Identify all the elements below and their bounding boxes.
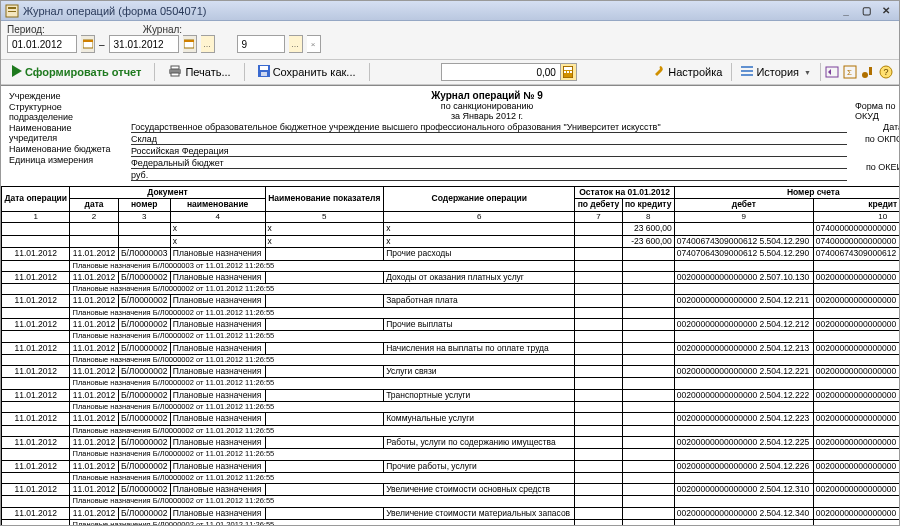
date-to-input[interactable]: 31.01.2012 bbox=[109, 35, 179, 53]
svg-rect-22 bbox=[826, 67, 838, 77]
settings-button[interactable]: Настройка bbox=[648, 63, 727, 81]
journal-label: Журнал: bbox=[143, 24, 182, 35]
toolbar-icon-1[interactable] bbox=[825, 65, 839, 79]
table-row[interactable]: 11.01.201211.01.2012Б/Л0000002Плановые н… bbox=[2, 413, 900, 425]
play-icon bbox=[12, 65, 22, 79]
report-table: Дата операции Документ Наименование пока… bbox=[1, 186, 899, 525]
table-row-note: Плановые назначения Б/Л0000002 от 11.01.… bbox=[2, 402, 900, 413]
svg-rect-13 bbox=[261, 72, 267, 76]
table-row[interactable]: 11.01.201211.01.2012Б/Л0000002Плановые н… bbox=[2, 271, 900, 283]
separator bbox=[369, 63, 370, 81]
table-row-note: Плановые назначения Б/Л0000002 от 11.01.… bbox=[2, 378, 900, 389]
svg-rect-6 bbox=[184, 40, 194, 42]
table-row[interactable]: 11.01.201211.01.2012Б/Л0000003Плановые н… bbox=[2, 248, 900, 260]
table-row-note: Плановые назначения Б/Л0000002 от 11.01.… bbox=[2, 354, 900, 365]
form-report-button[interactable]: Сформировать отчет bbox=[7, 63, 146, 81]
minimize-button[interactable]: _ bbox=[837, 3, 855, 19]
svg-rect-12 bbox=[260, 66, 268, 70]
report-subtitle: по санкционированию bbox=[127, 101, 847, 111]
report-title: Журнал операций № 9 bbox=[127, 90, 847, 101]
codes-block: КОДЫ Форма по ОКУД0504071 Дата01.02.2012… bbox=[855, 90, 899, 182]
table-row[interactable]: xxx23 600,0007400000000000000 2.502.11.3… bbox=[2, 223, 900, 235]
table-row[interactable]: 11.01.201211.01.2012Б/Л0000002Плановые н… bbox=[2, 507, 900, 519]
table-row[interactable]: 11.01.201211.01.2012Б/Л0000002Плановые н… bbox=[2, 342, 900, 354]
svg-rect-2 bbox=[8, 11, 16, 12]
table-row-note: Плановые назначения Б/Л0000002 от 11.01.… bbox=[2, 331, 900, 342]
date-from-picker-icon[interactable] bbox=[81, 35, 95, 53]
separator bbox=[731, 63, 732, 81]
col-date: Дата операции bbox=[2, 187, 70, 212]
svg-rect-15 bbox=[564, 67, 572, 70]
table-row[interactable]: 11.01.201211.01.2012Б/Л0000002Плановые н… bbox=[2, 295, 900, 307]
toolbar-icon-2[interactable]: Σ bbox=[843, 65, 857, 79]
date-to-picker-icon[interactable] bbox=[183, 35, 197, 53]
save-as-button[interactable]: Сохранить как... bbox=[253, 63, 361, 81]
svg-marker-7 bbox=[12, 65, 22, 77]
table-row[interactable]: 11.01.201211.01.2012Б/Л0000002Плановые н… bbox=[2, 436, 900, 448]
help-icon[interactable]: ? bbox=[879, 65, 893, 79]
svg-rect-17 bbox=[567, 71, 569, 73]
col-balance: Остаток на 01.01.2012 bbox=[575, 187, 674, 199]
table-row-note: Плановые назначения Б/Л0000002 от 11.01.… bbox=[2, 307, 900, 318]
history-button[interactable]: История ▼ bbox=[736, 63, 816, 81]
separator bbox=[820, 63, 821, 81]
app-icon bbox=[5, 4, 19, 18]
date-dash: – bbox=[99, 39, 105, 50]
svg-rect-1 bbox=[8, 7, 16, 9]
table-row-note: Плановые назначения Б/Л0000002 от 11.01.… bbox=[2, 425, 900, 436]
table-row-note: Плановые назначения Б/Л0000002 от 11.01.… bbox=[2, 496, 900, 507]
parameters-bar: Период: Журнал: 01.01.2012 – 31.01.2012 … bbox=[1, 21, 899, 60]
list-icon bbox=[741, 65, 753, 79]
journal-clear-button[interactable]: × bbox=[307, 35, 321, 53]
svg-rect-16 bbox=[564, 71, 566, 73]
print-button[interactable]: Печать... bbox=[163, 63, 235, 81]
date-from-input[interactable]: 01.01.2012 bbox=[7, 35, 77, 53]
wrench-icon bbox=[653, 65, 665, 79]
table-row[interactable]: 11.01.201211.01.2012Б/Л0000002Плановые н… bbox=[2, 366, 900, 378]
table-row-note: Плановые назначения Б/Л0000002 от 11.01.… bbox=[2, 284, 900, 295]
separator bbox=[244, 63, 245, 81]
journal-input[interactable]: 9 bbox=[237, 35, 285, 53]
svg-rect-26 bbox=[869, 67, 872, 75]
svg-rect-21 bbox=[741, 74, 753, 76]
svg-rect-18 bbox=[570, 71, 572, 73]
svg-rect-19 bbox=[741, 66, 753, 68]
maximize-button[interactable]: ▢ bbox=[857, 3, 875, 19]
report-viewport[interactable]: Учреждение Структурное подразделение Наи… bbox=[1, 85, 899, 525]
svg-rect-10 bbox=[171, 73, 179, 76]
table-row[interactable]: 11.01.201211.01.2012Б/Л0000002Плановые н… bbox=[2, 484, 900, 496]
calculator-icon[interactable] bbox=[561, 63, 577, 81]
table-row[interactable]: 11.01.201211.01.2012Б/Л0000002Плановые н… bbox=[2, 318, 900, 330]
separator bbox=[154, 63, 155, 81]
svg-text:?: ? bbox=[884, 67, 889, 77]
dropdown-arrow-icon: ▼ bbox=[804, 69, 811, 76]
svg-text:Σ: Σ bbox=[847, 68, 852, 77]
toolbar-icon-3[interactable] bbox=[861, 65, 875, 79]
window-title: Журнал операций (форма 0504071) bbox=[23, 5, 835, 17]
table-row-note: Плановые назначения Б/Л0000003 от 11.01.… bbox=[2, 260, 900, 271]
col-document: Документ bbox=[70, 187, 265, 199]
table-row-note: Плановые назначения Б/Л0000002 от 11.01.… bbox=[2, 449, 900, 460]
close-button[interactable]: ✕ bbox=[877, 3, 895, 19]
org-labels: Учреждение Структурное подразделение Наи… bbox=[9, 90, 119, 182]
title-bar: Журнал операций (форма 0504071) _ ▢ ✕ bbox=[1, 1, 899, 21]
col-operation: Содержание операции bbox=[384, 187, 575, 212]
toolbar: Сформировать отчет Печать... Сохранить к… bbox=[1, 60, 899, 85]
col-account: Номер счета bbox=[674, 187, 899, 199]
printer-icon bbox=[168, 65, 182, 79]
col-indicator: Наименование показателя bbox=[265, 187, 384, 212]
report-period: за Январь 2012 г. bbox=[127, 111, 847, 121]
table-row-note: Плановые назначения Б/Л0000002 от 11.01.… bbox=[2, 520, 900, 525]
value-input[interactable]: 0,00 bbox=[441, 63, 561, 81]
table-row[interactable]: 11.01.201211.01.2012Б/Л0000002Плановые н… bbox=[2, 460, 900, 472]
journal-choose-button[interactable]: … bbox=[289, 35, 303, 53]
period-choose-button[interactable]: … bbox=[201, 35, 215, 53]
table-row[interactable]: 11.01.201211.01.2012Б/Л0000002Плановые н… bbox=[2, 389, 900, 401]
table-row-note: Плановые назначения Б/Л0000002 от 11.01.… bbox=[2, 472, 900, 483]
table-row[interactable]: xxx-23 600,0007400674309000612 5.504.12.… bbox=[2, 235, 900, 247]
svg-rect-20 bbox=[741, 70, 753, 72]
org-values: Государственное образовательное бюджетно… bbox=[127, 122, 847, 181]
col-numbers: 123456789101112 bbox=[2, 211, 900, 223]
svg-rect-4 bbox=[83, 40, 93, 42]
period-label: Период: bbox=[7, 24, 45, 35]
